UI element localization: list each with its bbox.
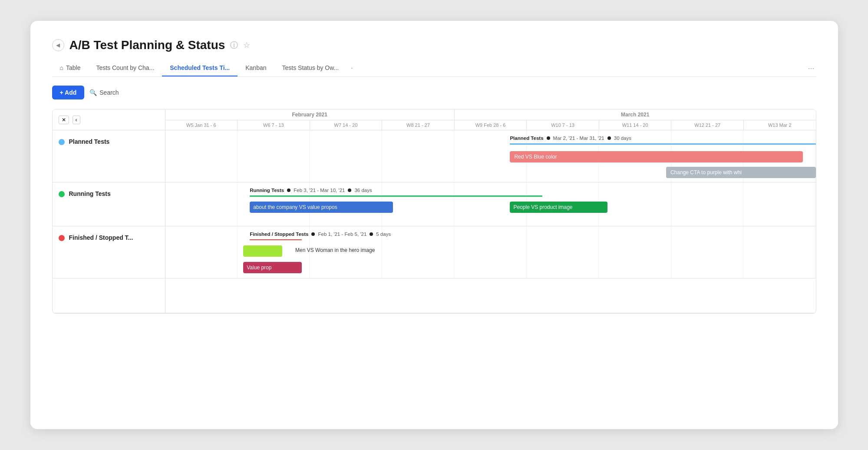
planned-status-dot [59, 139, 65, 145]
week-w7: W7 14 - 20 [310, 120, 383, 130]
search-icon: 🔍 [89, 89, 97, 96]
page-title: A/B Test Planning & Status [69, 38, 225, 52]
star-icon[interactable]: ☆ [243, 40, 250, 50]
week-w6: W6 7 - 13 [238, 120, 310, 130]
week-w11: W11 14 - 20 [599, 120, 672, 130]
gantt-row-finished: Finished / Stopped T... Finished / Stopp… [53, 226, 816, 278]
options-button[interactable]: ··· [808, 64, 816, 73]
collapse-button[interactable]: ◀ [52, 39, 64, 51]
gantt-month-headers: February 2021 March 2021 W5 Jan 31 - 6 W… [165, 109, 816, 130]
running-tests-label: Running Tests [53, 182, 165, 226]
month-row: February 2021 March 2021 [165, 109, 816, 120]
bar-men-vs-woman[interactable] [243, 245, 282, 257]
toolbar: + Add 🔍 Search [52, 86, 816, 99]
search-button[interactable]: 🔍 Search [89, 89, 119, 96]
gantt-header: ✕ ‹ February 2021 March 2021 W5 Jan 31 -… [53, 109, 816, 130]
planned-tests-label: Planned Tests [53, 130, 165, 182]
gantt-row-running: Running Tests Running Tests [53, 182, 816, 226]
week-w5: W5 Jan 31 - 6 [165, 120, 238, 130]
week-row: W5 Jan 31 - 6 W6 7 - 13 W7 14 - 20 W8 21… [165, 120, 816, 130]
prev-button[interactable]: ‹ [73, 116, 80, 124]
add-button[interactable]: + Add [52, 86, 85, 99]
planned-tests-content: Planned Tests Mar 2, '21 - Mar 31, '21 3… [165, 130, 816, 182]
tab-kanban[interactable]: Kanban [238, 60, 274, 76]
gantt-body: Planned Tests Planned Tests [53, 130, 816, 313]
grid-col-2 [238, 130, 310, 182]
finished-status-dot [59, 235, 65, 241]
week-w8: W8 21 - 27 [382, 120, 455, 130]
tab-table[interactable]: ⌂ Table [52, 60, 89, 76]
grid-col-1 [165, 130, 238, 182]
gantt-chart: ✕ ‹ February 2021 March 2021 W5 Jan 31 -… [52, 109, 816, 314]
month-mar: March 2021 [455, 109, 816, 120]
tab-scheduled[interactable]: Scheduled Tests Ti... [162, 60, 238, 76]
tab-more-button[interactable]: · [347, 60, 357, 76]
gantt-label-header: ✕ ‹ [53, 109, 165, 130]
bar-company-vs-value[interactable]: about the company VS value propos [250, 202, 393, 213]
page-header: ◀ A/B Test Planning & Status ⓘ ☆ [52, 38, 816, 52]
bar-value-prop[interactable]: Value prop [243, 262, 302, 273]
empty-label-col [53, 278, 165, 313]
finished-tests-label: Finished / Stopped T... [53, 226, 165, 278]
week-w10: W10 7 - 13 [527, 120, 599, 130]
info-icon[interactable]: ⓘ [230, 40, 238, 50]
bar-red-vs-blue[interactable]: Red VS Blue color [510, 151, 802, 162]
bar-people-vs-product[interactable]: People VS product image [510, 202, 607, 213]
running-status-dot [59, 191, 65, 197]
bar-change-cta[interactable]: Change CTA to purple with whi [666, 167, 816, 178]
tab-bar: ⌂ Table Tests Count by Cha... Scheduled … [52, 60, 816, 77]
grid-col-3 [310, 130, 382, 182]
finished-tests-content: Finished / Stopped Tests Feb 1, '21 - Fe… [165, 226, 816, 278]
week-w9: W9 Feb 28 - 6 [455, 120, 527, 130]
close-col-button[interactable]: ✕ [59, 116, 69, 124]
gantt-row-empty [53, 278, 816, 313]
gantt-row-planned: Planned Tests Planned Tests [53, 130, 816, 182]
week-w12: W12 21 - 27 [671, 120, 744, 130]
grid-col-4 [382, 130, 454, 182]
main-card: ◀ A/B Test Planning & Status ⓘ ☆ ⌂ Table… [30, 21, 838, 429]
week-w13: W13 Mar 2 [744, 120, 816, 130]
running-tests-content: Running Tests Feb 3, '21 - Mar 10, '21 3… [165, 182, 816, 226]
home-icon: ⌂ [60, 64, 63, 71]
month-feb: February 2021 [165, 109, 455, 120]
tab-tests-count[interactable]: Tests Count by Cha... [88, 60, 162, 76]
tab-tests-status[interactable]: Tests Status by Ow... [274, 60, 347, 76]
empty-content-col [165, 278, 816, 313]
